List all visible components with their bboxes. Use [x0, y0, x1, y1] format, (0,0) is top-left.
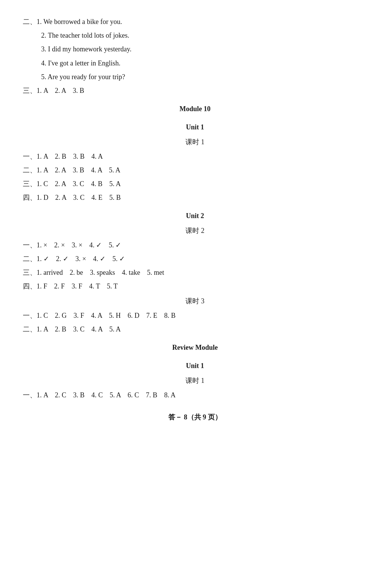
module10-unit2-keshi3: 一、1. C 2. G 3. F 4. A 5. H 6. D 7. E 8. … [23, 309, 367, 336]
module10-unit1-keshi1: 一、1. A 2. B 3. B 4. A 二、1. A 2. A 3. B 4… [23, 150, 367, 204]
line-er-3: 3. I did my homework yesterday. [41, 43, 367, 56]
line-er-4: 4. I've got a letter in English. [41, 57, 367, 70]
m10-u2-k2-row2: 二、1. ✓ 2. ✓ 3. × 4. ✓ 5. ✓ [23, 252, 367, 265]
m10-u1-k1-row3: 三、1. C 2. A 3. C 4. B 5. A [23, 177, 367, 190]
rv-u1-k1-row1: 一、1. A 2. C 3. B 4. C 5. A 6. C 7. B 8. … [23, 389, 367, 402]
review-module-title: Review Module [23, 341, 367, 354]
m10-u2-k3-row2: 二、1. A 2. B 3. C 4. A 5. A [23, 323, 367, 336]
unit2-title: Unit 2 [23, 209, 367, 222]
keshi3-label: 课时 3 [23, 295, 367, 308]
keshi1-label: 课时 1 [23, 135, 367, 148]
page-footer: 答－ 8（共 9 页） [23, 411, 367, 424]
keshi2-label: 课时 2 [23, 224, 367, 237]
review-unit1-title: Unit 1 [23, 359, 367, 372]
m10-u2-k2-row1: 一、1. × 2. × 3. × 4. ✓ 5. ✓ [23, 239, 367, 252]
m10-u1-k1-row2: 二、1. A 2. A 3. B 4. A 5. A [23, 164, 367, 177]
review-keshi1-label: 课时 1 [23, 374, 367, 387]
review-unit1-keshi1: 一、1. A 2. C 3. B 4. C 5. A 6. C 7. B 8. … [23, 389, 367, 402]
m10-u1-k1-row4: 四、1. D 2. A 3. C 4. E 5. B [23, 191, 367, 204]
line-er-5: 5. Are you ready for your trip? [41, 70, 367, 83]
module10-unit2-keshi2: 一、1. × 2. × 3. × 4. ✓ 5. ✓ 二、1. ✓ 2. ✓ 3… [23, 239, 367, 293]
module10-title: Module 10 [23, 102, 367, 115]
line-er-1: 二、1. We borrowed a bike for you. [23, 15, 367, 28]
m10-u2-k2-row4: 四、1. F 2. F 3. F 4. T 5. T [23, 280, 367, 293]
line-san-1: 三、1. A 2. A 3. B [23, 84, 367, 97]
section-er: 二、1. We borrowed a bike for you. 2. The … [23, 15, 367, 97]
m10-u2-k3-row1: 一、1. C 2. G 3. F 4. A 5. H 6. D 7. E 8. … [23, 309, 367, 322]
unit1-title: Unit 1 [23, 121, 367, 134]
line-er-2: 2. The teacher told lots of jokes. [41, 29, 367, 42]
m10-u1-k1-row1: 一、1. A 2. B 3. B 4. A [23, 150, 367, 163]
m10-u2-k2-row3: 三、1. arrived 2. be 3. speaks 4. take 5. … [23, 266, 367, 279]
